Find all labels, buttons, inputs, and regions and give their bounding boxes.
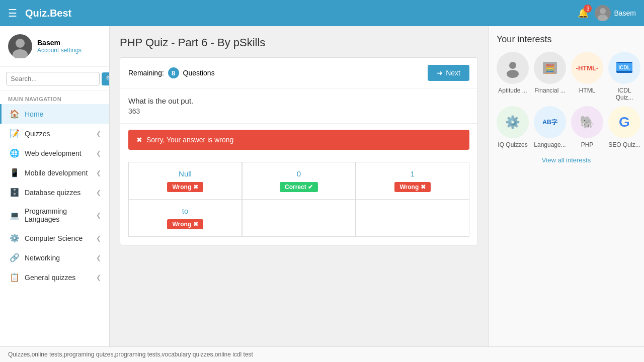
html-icon: -HTML- [571,52,603,84]
chevron-icon: ❮ [96,235,101,242]
interest-financial[interactable]: 🧮 Financial ... [534,52,566,101]
notification-bell[interactable]: 🔔 3 [578,8,589,19]
chevron-icon: ❮ [96,212,101,219]
sidebar-item-computer-science[interactable]: ⚙️ Computer Science ❮ [0,228,109,248]
sidebar-item-quizzes-label: Quizzes [25,130,50,138]
interest-seo[interactable]: G SEO Quiz... [608,106,640,148]
language-icon: AB字 [534,106,566,138]
sidebar-item-general-quizzes[interactable]: 📋 General quizzes ❮ [0,267,109,287]
chevron-icon: ❮ [96,274,101,281]
mobile-icon: 📱 [10,168,20,177]
answer-cell-1[interactable]: 1 Wrong ✖ [356,162,469,200]
bell-badge: 3 [584,5,592,13]
question-area: What is the out put. 363 [120,88,477,124]
sidebar-item-programming-label: Programming Languages [25,207,96,223]
sidebar-item-general-label: General quizzes [25,274,75,282]
question-code: 363 [128,107,469,115]
menu-icon[interactable]: ☰ [8,7,17,19]
svg-point-1 [598,15,608,21]
sidebar-item-database-quizzes[interactable]: 🗄️ Database quizzes ❮ [0,183,109,202]
topbar-left: ☰ Quiz.Best [8,7,71,19]
sidebar-item-quizzes[interactable]: 📝 Quizzes ❮ [0,124,109,143]
quiz-card: Remaining: 8 Questions ➜ Next What is th… [120,57,478,245]
layout: Basem Account settings 🔍 MAIN NAVIGATION… [0,26,644,362]
aptitude-label: Aptitude ... [498,87,527,94]
topbar-right: 🔔 3 Basem [578,5,636,21]
svg-text:ICDL: ICDL [618,65,630,70]
next-button[interactable]: ➜ Next [428,65,469,81]
interests-grid: Aptitude ... 🧮 Financial ... -HTML- HTML… [497,52,636,148]
sidebar-item-networking[interactable]: 🔗 Networking ❮ [0,248,109,267]
php-icon: 🐘 [571,106,603,138]
chevron-icon: ❮ [96,150,101,157]
sidebar: Basem Account settings 🔍 MAIN NAVIGATION… [0,26,110,362]
answer-cell-empty-1 [242,200,356,237]
chevron-icon: ❮ [96,254,101,261]
icdl-icon: ICDL [608,52,640,84]
answer-cell-empty-2 [356,200,469,237]
sidebar-item-mobile-development[interactable]: 📱 Mobile development ❮ [0,163,109,183]
financial-label: Financial ... [534,87,565,94]
interest-iq[interactable]: ⚙️ IQ Quizzes [497,106,529,148]
error-banner: ✖ Sorry, Your answer is wrong [128,130,469,150]
avatar [595,5,611,21]
answer-value: 0 [297,169,301,178]
interest-php[interactable]: 🐘 PHP [571,106,603,148]
language-label: Language... [534,141,566,148]
programming-icon: 💻 [10,211,20,220]
error-message: Sorry, Your answer is wrong [146,136,233,144]
answers-grid: Null Wrong ✖ 0 Correct ✔ 1 Wrong ✖ [120,156,477,200]
account-settings-link[interactable]: Account settings [37,47,82,54]
question-text: What is the out put. [128,97,469,105]
view-all-interests[interactable]: View all interests [497,156,636,164]
answer-value: 1 [411,169,415,178]
questions-label: Questions [183,69,215,77]
sidebar-item-mobile-label: Mobile development [25,169,88,177]
sidebar-profile: Basem Account settings [0,26,109,67]
svg-point-3 [13,49,28,58]
search-input[interactable] [6,72,100,85]
answer-cell-0[interactable]: 0 Correct ✔ [242,162,356,200]
sidebar-item-home-label: Home [25,110,43,118]
seo-label: SEO Quiz... [608,141,640,148]
sidebar-item-cs-label: Computer Science [25,234,83,242]
answer-cell-null[interactable]: Null Wrong ✖ [128,162,242,200]
sidebar-item-programming-languages[interactable]: 💻 Programming Languages ❮ [0,202,109,228]
svg-point-4 [509,62,516,69]
answer-cell-to[interactable]: to Wrong ✖ [128,200,242,237]
svg-text:🧮: 🧮 [544,63,556,74]
wrong-badge: Wrong ✖ [394,182,430,192]
interest-language[interactable]: AB字 Language... [534,106,566,148]
sidebar-item-networking-label: Networking [25,254,60,262]
footer-bar: Quizzes,online tests,programing quizes,p… [0,346,644,362]
remaining-label: Remaining: [128,69,164,77]
quizzes-icon: 📝 [10,129,20,138]
right-panel: Your interests Aptitude ... 🧮 Financial … [488,26,644,362]
page-title: PHP Quiz - Part 6 - By pSkills [120,36,478,49]
iq-icon: ⚙️ [497,106,529,138]
svg-point-5 [507,70,519,78]
php-label: PHP [581,141,594,148]
seo-icon: G [608,106,640,138]
error-x-icon: ✖ [136,136,142,144]
sidebar-search: 🔍 [0,67,109,91]
sidebar-item-home[interactable]: 🏠 Home [0,104,109,124]
user-menu[interactable]: Basem [595,5,636,21]
interest-icdl[interactable]: ICDL ICDL Quiz... [608,52,640,101]
chevron-icon: ❮ [96,130,101,137]
interest-html[interactable]: -HTML- HTML [571,52,603,101]
interest-aptitude[interactable]: Aptitude ... [497,52,529,101]
chevron-icon: ❮ [96,169,101,176]
aptitude-icon [497,52,529,84]
nav-section-label: MAIN NAVIGATION [0,91,109,104]
answers-grid-row2: to Wrong ✖ [120,200,477,245]
financial-icon: 🧮 [534,52,566,84]
remaining-count: 8 [168,67,179,78]
quiz-header: Remaining: 8 Questions ➜ Next [120,58,477,88]
search-button[interactable]: 🔍 [102,72,110,85]
interests-title: Your interests [497,34,636,45]
answer-value: to [182,207,189,215]
logo: Quiz.Best [25,8,71,19]
sidebar-item-web-development[interactable]: 🌐 Web development ❮ [0,143,109,163]
wrong-badge: Wrong ✖ [167,182,203,192]
